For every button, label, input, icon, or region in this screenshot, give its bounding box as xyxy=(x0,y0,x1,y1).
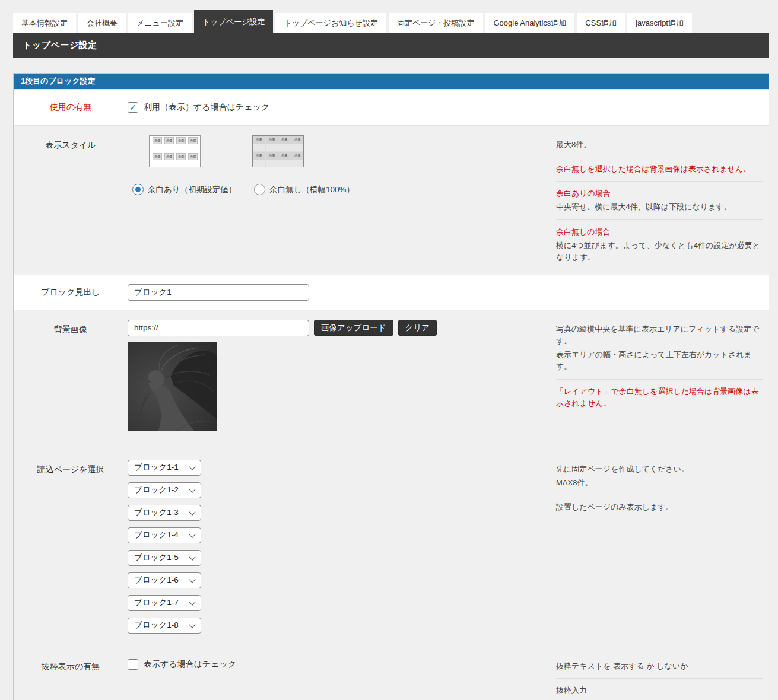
note-divider xyxy=(556,379,763,380)
tab-css[interactable]: CSS追加 xyxy=(577,13,625,33)
tab-page-post-settings[interactable]: 固定ページ・投稿設定 xyxy=(389,13,483,33)
block-heading-label: ブロック見出し xyxy=(14,287,128,298)
usage-checkbox-label: 利用（表示）する場合はチェック xyxy=(144,102,269,113)
thumbnail-mini-card: 画像 xyxy=(291,152,304,167)
row-load-pages: 読込ページを選択 ブロック1-1 ブロック1-2 ブロック1-3 ブロック1-4… xyxy=(14,450,769,647)
thumbnail-mini-card: 画像 xyxy=(188,137,198,149)
tab-menu-settings[interactable]: メニュー設定 xyxy=(128,13,192,33)
block-heading-input[interactable] xyxy=(128,284,309,301)
thumbnail-mini-card: 画像 xyxy=(266,136,278,151)
page-select-4[interactable]: ブロック1-4 xyxy=(128,527,201,543)
note-divider xyxy=(556,181,763,182)
page-select-5[interactable]: ブロック1-5 xyxy=(128,550,201,566)
display-style-label: 表示スタイル xyxy=(14,126,128,275)
note-max8: MAX8件。 xyxy=(556,477,763,489)
excerpt-label: 抜粋表示の有無 xyxy=(14,647,128,700)
tab-company-profile[interactable]: 会社概要 xyxy=(78,13,126,33)
radio-row-full-width[interactable]: 余白無し（横幅100%） xyxy=(254,184,354,195)
tab-top-page-settings[interactable]: トップページ設定 xyxy=(194,10,274,33)
tab-top-page-news-settings[interactable]: トップページお知らせ設定 xyxy=(275,13,386,33)
note-layout-warning: 「レイアウト」で余白無しを選択した場合は背景画像は表示されません。 xyxy=(556,386,763,409)
page-title-bar: トップページ設定 xyxy=(13,33,769,58)
page-select-7[interactable]: ブロック1-7 xyxy=(128,595,201,611)
chevron-down-icon xyxy=(189,531,195,537)
row-display-style: 表示スタイル 画像画像画像画像画像画像画像画像 画像画像画像画像画像画像画像画像… xyxy=(14,125,769,275)
load-pages-notes: 先に固定ページを作成してください。 MAX8件。 設置したページのみ表示します。 xyxy=(547,450,769,647)
thumbnail-mini-card: 画像 xyxy=(153,137,162,149)
note-fit-line1: 写真の縦横中央を基準に表示エリアにフィットする設定です。 xyxy=(556,323,763,347)
excerpt-checkbox-row[interactable]: 表示する場合はチェック xyxy=(128,659,547,670)
excerpt-checkbox[interactable] xyxy=(128,659,138,670)
thumbnail-mini-card: 画像 xyxy=(153,153,162,166)
note-no-margin-warning: 余白無しを選択した場合は背景画像は表示されません。 xyxy=(556,163,763,175)
tab-basic-info[interactable]: 基本情報設定 xyxy=(13,13,76,33)
background-image-url-input[interactable] xyxy=(128,320,309,336)
usage-checkbox-row[interactable]: 利用（表示）する場合はチェック xyxy=(128,102,547,113)
page-select-6[interactable]: ブロック1-6 xyxy=(128,572,201,588)
thumbnail-mini-card: 画像 xyxy=(278,136,291,151)
thumbnail-mini-card: 画像 xyxy=(266,152,278,167)
thumbnail-mini-card: 画像 xyxy=(253,152,265,167)
usage-checkbox[interactable] xyxy=(128,102,138,113)
note-create-pages-first: 先に固定ページを作成してください。 xyxy=(556,463,763,475)
page-select-3[interactable]: ブロック1-3 xyxy=(128,505,201,521)
background-image-notes: 写真の縦横中央を基準に表示エリアにフィットする設定です。 表示エリアの幅・高さに… xyxy=(547,310,769,450)
image-upload-button[interactable]: 画像アップロード xyxy=(314,320,393,336)
radio-with-margin[interactable] xyxy=(132,184,144,195)
style-radio-group: 余白あり（初期設定値） 余白無し（横幅100%） xyxy=(132,184,547,195)
background-image-preview xyxy=(128,342,217,431)
chevron-down-icon xyxy=(189,621,195,628)
note-excerpt-toggle: 抜粋テキストを 表示する か しないか xyxy=(556,660,763,672)
style-thumbnail-with-margin: 画像画像画像画像画像画像画像画像 xyxy=(149,135,201,167)
note-margin-case-text: 中央寄せ。横に最大4件、以降は下段になります。 xyxy=(556,201,763,213)
page-select-1[interactable]: ブロック1-1 xyxy=(128,460,201,476)
note-divider xyxy=(556,157,763,157)
radio-full-width-label: 余白無し（横幅100%） xyxy=(269,184,354,195)
tab-google-analytics[interactable]: Google Analytics追加 xyxy=(485,13,575,33)
load-pages-label: 読込ページを選択 xyxy=(14,450,128,647)
row-usage: 使用の有無 利用（表示）する場合はチェック xyxy=(14,89,769,125)
thumbnail-mini-card: 画像 xyxy=(176,137,186,149)
row-background-image: 背景画像 画像アップロード クリア xyxy=(14,310,769,450)
note-margin-case-title: 余白ありの場合 xyxy=(556,187,763,199)
chevron-down-icon xyxy=(189,576,195,583)
thumbnail-mini-card: 画像 xyxy=(291,136,304,151)
chevron-down-icon xyxy=(189,463,195,470)
thumbnail-mini-card: 画像 xyxy=(253,136,265,151)
section-header: 1段目のブロック設定 xyxy=(14,74,769,89)
note-divider xyxy=(556,495,763,495)
page-title: トップページ設定 xyxy=(13,40,97,51)
chevron-down-icon xyxy=(189,486,195,492)
row-excerpt: 抜粋表示の有無 表示する場合はチェック 抜粋テキストを 表示する か しないか … xyxy=(14,647,769,700)
note-full-case-text: 横に4つ並びます。よって、少なくとも4件の設定が必要となります。 xyxy=(556,240,763,263)
note-divider xyxy=(556,678,763,679)
style-thumbnail-full-width: 画像画像画像画像画像画像画像画像 xyxy=(252,135,304,167)
radio-full-width[interactable] xyxy=(254,184,265,195)
chevron-down-icon xyxy=(189,553,195,560)
thumbnail-mini-card: 画像 xyxy=(164,137,174,149)
thumbnail-mini-card: 画像 xyxy=(278,152,291,167)
page-select-2[interactable]: ブロック1-2 xyxy=(128,482,201,498)
thumbnail-mini-card: 画像 xyxy=(164,153,174,166)
background-image-label: 背景画像 xyxy=(14,310,128,450)
radio-with-margin-label: 余白あり（初期設定値） xyxy=(148,184,236,195)
block-settings-panel: 1段目のブロック設定 使用の有無 利用（表示）する場合はチェック 表示スタイル … xyxy=(13,73,769,700)
radio-row-with-margin[interactable]: 余白あり（初期設定値） xyxy=(132,184,236,195)
note-full-case-title: 余白無しの場合 xyxy=(556,226,763,238)
excerpt-notes: 抜粋テキストを 表示する か しないか 抜粋入力 固定ページ右サイド「抜粋を入力… xyxy=(547,647,769,700)
page-select-8[interactable]: ブロック1-8 xyxy=(128,618,201,634)
display-style-notes: 最大8件。 余白無しを選択した場合は背景画像は表示されません。 余白ありの場合 … xyxy=(547,126,769,275)
thumbnail-mini-card: 画像 xyxy=(188,153,198,166)
note-max-items: 最大8件。 xyxy=(556,139,763,151)
usage-notes xyxy=(547,96,769,119)
note-only-set-pages: 設置したページのみ表示します。 xyxy=(556,501,763,513)
note-divider xyxy=(556,219,763,220)
row-block-heading: ブロック見出し xyxy=(14,275,769,310)
usage-label: 使用の有無 xyxy=(14,102,128,113)
note-excerpt-input-title: 抜粋入力 xyxy=(556,685,763,696)
style-thumbnails: 画像画像画像画像画像画像画像画像 画像画像画像画像画像画像画像画像 xyxy=(149,135,547,167)
tab-javascript[interactable]: javascript追加 xyxy=(627,13,692,33)
clear-button[interactable]: クリア xyxy=(398,320,437,336)
note-fit-line2: 表示エリアの幅・高さによって上下左右がカットされます。 xyxy=(556,349,763,373)
block-heading-notes xyxy=(547,281,769,304)
